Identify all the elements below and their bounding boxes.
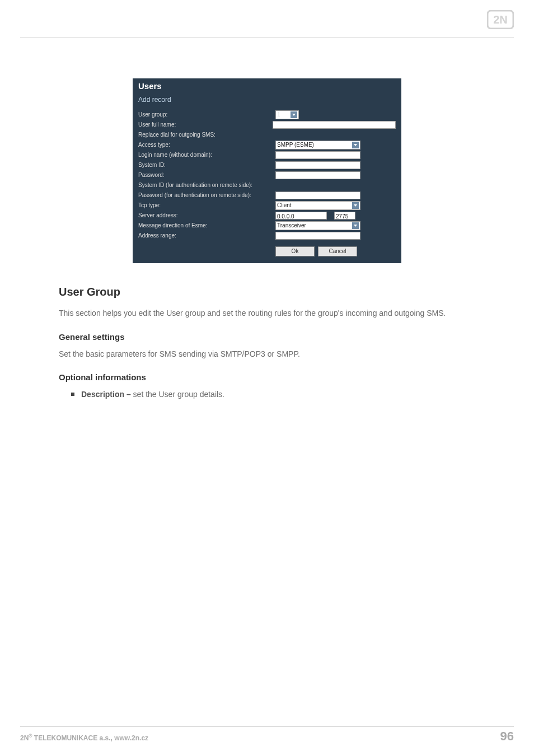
access-type-value: SMPP (ESME) [277, 141, 314, 150]
footer-company: 2N® TELEKOMUNIKACE a.s., www.2n.cz [20, 733, 148, 742]
footer-prefix: 2N [20, 734, 29, 742]
logo-icon: 2N [487, 10, 514, 29]
tcp-type-select[interactable]: Client [275, 201, 360, 210]
label-replace-dial: Replace dial for outgoing SMS: [138, 130, 275, 139]
heading-optional-info: Optional informations [59, 372, 475, 382]
label-password: Password: [138, 171, 275, 180]
footer-rest: TELEKOMUNIKACE a.s., www.2n.cz [32, 734, 149, 742]
bullet-rest: set the User group details. [131, 390, 224, 399]
label-tcp-type: Tcp type: [138, 201, 275, 210]
access-type-select[interactable]: SMPP (ESME) [275, 141, 360, 150]
server-port-input[interactable]: 2775 [334, 212, 355, 220]
system-id-input[interactable] [275, 161, 360, 169]
heading-general-settings: General settings [59, 332, 475, 342]
users-panel-figure: Users Add record User group: 1 User full… [133, 78, 401, 263]
label-access-type: Access type: [138, 141, 275, 150]
user-group-select[interactable]: 1 [275, 110, 299, 119]
page-number: 96 [500, 729, 514, 744]
svg-text:2N: 2N [493, 13, 508, 26]
chevron-down-icon [291, 111, 297, 118]
password-input[interactable] [275, 171, 360, 179]
login-name-input[interactable] [275, 151, 360, 159]
msg-direction-value: Transceiver [277, 221, 306, 230]
msg-direction-select[interactable]: Transceiver [275, 221, 360, 230]
label-user-full-name: User full name: [138, 120, 273, 129]
colon-separator: : [329, 211, 331, 220]
panel-subtitle: Add record [133, 95, 401, 110]
server-ip-input[interactable]: 0.0.0.0 [275, 212, 327, 220]
tcp-type-value: Client [277, 201, 292, 210]
brand-logo: 2N [487, 10, 514, 31]
heading-user-group: User Group [59, 286, 475, 298]
password-remote-input[interactable] [275, 192, 360, 199]
label-user-group: User group: [138, 110, 275, 119]
chevron-down-icon [352, 142, 359, 148]
label-server-address: Server address: [138, 211, 275, 220]
chevron-down-icon [352, 222, 359, 229]
label-system-id-remote: System ID (for authentication on remote … [138, 181, 275, 190]
bullet-description: Description – set the User group details… [81, 389, 475, 401]
user-group-value: 1 [277, 110, 280, 119]
label-login-name: Login name (without domain): [138, 151, 275, 160]
header-divider [20, 37, 514, 38]
label-system-id: System ID: [138, 161, 275, 170]
paragraph-intro: This section helps you edit the User gro… [59, 307, 475, 320]
label-address-range: Address range: [138, 231, 275, 240]
bullet-strong: Description – [81, 390, 131, 399]
label-password-remote: Password (for authentication on remote s… [138, 191, 275, 200]
address-range-input[interactable] [275, 232, 360, 240]
panel-title: Users [133, 78, 401, 95]
paragraph-general: Set the basic parameters for SMS sending… [59, 348, 475, 361]
ok-button[interactable]: Ok [275, 246, 315, 256]
chevron-down-icon [352, 202, 359, 209]
cancel-button[interactable]: Cancel [318, 246, 357, 256]
user-full-name-input[interactable] [273, 121, 396, 129]
footer-divider [20, 726, 514, 727]
label-msg-direction: Message direction of Esme: [138, 221, 275, 230]
